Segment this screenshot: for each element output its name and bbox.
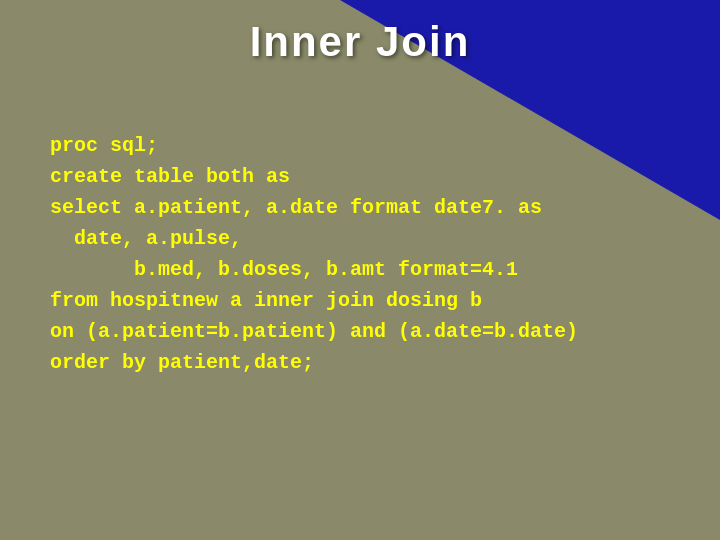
code-line: order by patient,date; (50, 347, 578, 378)
code-line: date, a.pulse, (50, 223, 578, 254)
code-line: proc sql; (50, 130, 578, 161)
code-area: proc sql;create table both asselect a.pa… (50, 130, 578, 378)
title-area: Inner Join (0, 18, 720, 66)
code-line: create table both as (50, 161, 578, 192)
code-line: select a.patient, a.date format date7. a… (50, 192, 578, 223)
slide-title: Inner Join (250, 18, 471, 65)
code-line: b.med, b.doses, b.amt format=4.1 (50, 254, 578, 285)
slide: Inner Join proc sql;create table both as… (0, 0, 720, 540)
code-line: on (a.patient=b.patient) and (a.date=b.d… (50, 316, 578, 347)
code-line: from hospitnew a inner join dosing b (50, 285, 578, 316)
